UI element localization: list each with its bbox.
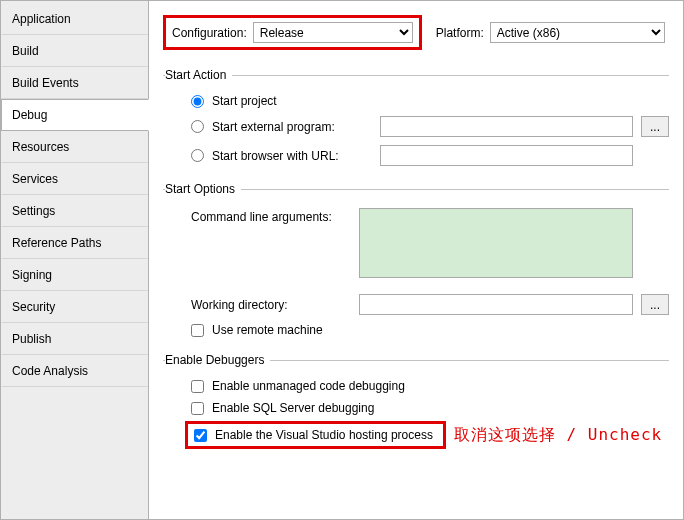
start-browser-label: Start browser with URL: (212, 149, 372, 163)
configuration-label: Configuration: (172, 26, 247, 40)
cmd-args-label: Command line arguments: (191, 208, 351, 224)
tab-code-analysis[interactable]: Code Analysis (1, 355, 148, 387)
start-browser-input[interactable] (380, 145, 633, 166)
unmanaged-debug-checkbox[interactable] (191, 380, 204, 393)
use-remote-label: Use remote machine (212, 323, 323, 337)
start-options-legend: Start Options (165, 182, 241, 196)
platform-select[interactable]: Active (x86) (490, 22, 665, 43)
sidebar-tabs: Application Build Build Events Debug Res… (1, 1, 149, 519)
start-action-legend: Start Action (165, 68, 232, 82)
tab-build-events[interactable]: Build Events (1, 67, 148, 99)
start-options-group: Start Options Command line arguments: Wo… (163, 182, 669, 341)
start-project-label: Start project (212, 94, 372, 108)
start-external-radio[interactable] (191, 120, 204, 133)
configuration-select[interactable]: Release (253, 22, 413, 43)
cmd-args-textarea[interactable] (359, 208, 633, 278)
working-dir-label: Working directory: (191, 298, 351, 312)
tab-security[interactable]: Security (1, 291, 148, 323)
start-external-browse-button[interactable]: ... (641, 116, 669, 137)
tab-services[interactable]: Services (1, 163, 148, 195)
working-dir-browse-button[interactable]: ... (641, 294, 669, 315)
debug-panel: Configuration: Release Platform: Active … (149, 1, 683, 519)
tab-debug[interactable]: Debug (1, 99, 149, 131)
start-external-input[interactable] (380, 116, 633, 137)
unmanaged-debug-label: Enable unmanaged code debugging (212, 379, 405, 393)
tab-settings[interactable]: Settings (1, 195, 148, 227)
annotation-text: 取消这项选择 / Uncheck (454, 425, 662, 446)
sql-debug-checkbox[interactable] (191, 402, 204, 415)
enable-debuggers-legend: Enable Debuggers (165, 353, 270, 367)
vshost-checkbox[interactable] (194, 429, 207, 442)
vshost-label: Enable the Visual Studio hosting process (215, 428, 433, 442)
tab-build[interactable]: Build (1, 35, 148, 67)
vshost-highlight: Enable the Visual Studio hosting process (185, 421, 446, 449)
working-dir-input[interactable] (359, 294, 633, 315)
start-browser-radio[interactable] (191, 149, 204, 162)
start-action-group: Start Action Start project Start externa… (163, 68, 669, 170)
start-project-radio[interactable] (191, 95, 204, 108)
tab-resources[interactable]: Resources (1, 131, 148, 163)
use-remote-checkbox[interactable] (191, 324, 204, 337)
start-external-label: Start external program: (212, 120, 372, 134)
platform-label: Platform: (436, 26, 484, 40)
tab-application[interactable]: Application (1, 3, 148, 35)
sql-debug-label: Enable SQL Server debugging (212, 401, 374, 415)
tab-signing[interactable]: Signing (1, 259, 148, 291)
tab-publish[interactable]: Publish (1, 323, 148, 355)
enable-debuggers-group: Enable Debuggers Enable unmanaged code d… (163, 353, 669, 449)
tab-reference-paths[interactable]: Reference Paths (1, 227, 148, 259)
configuration-highlight: Configuration: Release (163, 15, 422, 50)
